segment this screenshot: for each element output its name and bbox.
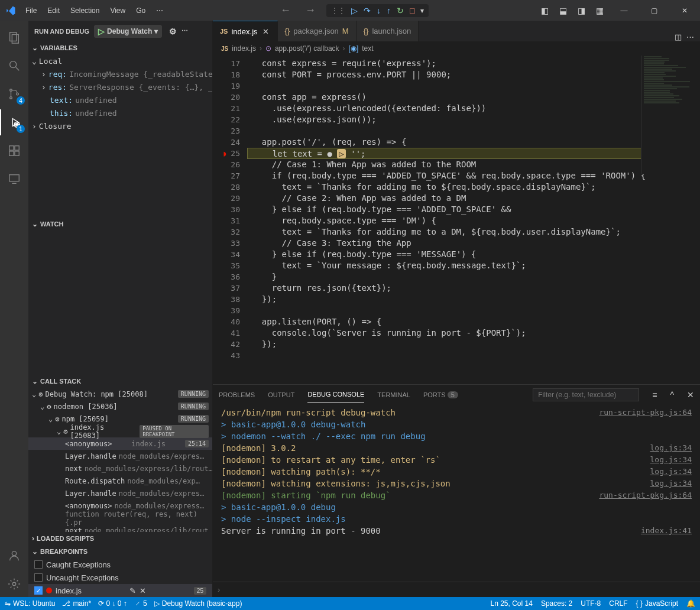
var-res[interactable]: ›res: ServerResponse {_events: {…}, _ev… — [28, 80, 212, 93]
status-spaces[interactable]: Spaces: 2 — [541, 599, 572, 608]
cs-root[interactable]: ⌄ ⚙ Debug Watch: npm [25008]RUNNING — [28, 388, 212, 400]
cs-frame-1[interactable]: Layer.handle node_modules/expres… — [28, 450, 212, 462]
debug-restart-icon[interactable]: ↻ — [397, 6, 404, 15]
tab-package[interactable]: {}package.jsonM — [278, 21, 357, 41]
close-icon[interactable]: ✕ — [261, 27, 270, 36]
tab-ports[interactable]: PORTS 5 — [423, 387, 458, 403]
edit-icon[interactable]: ✎ — [129, 586, 136, 595]
layout-grid-icon[interactable]: ▦ — [592, 4, 607, 18]
debug-stop-icon[interactable]: □ — [410, 6, 414, 15]
layout-right-icon[interactable]: ◨ — [574, 4, 589, 18]
code-content[interactable]: const express = require('express'); cons… — [247, 56, 700, 384]
status-sync[interactable]: ⟳ 0 ↓ 0 ↑ — [98, 599, 127, 608]
more-icon[interactable]: ⋯ — [686, 33, 694, 41]
checkbox-icon[interactable] — [34, 573, 43, 582]
debug-config-selector[interactable]: ▷ Debug Watch ▾ — [94, 25, 162, 38]
status-eol[interactable]: CRLF — [609, 599, 627, 608]
more-icon[interactable]: ⋯ — [182, 27, 188, 35]
status-branch[interactable]: ⎇main* — [62, 599, 91, 608]
bp-caught[interactable]: Caught Exceptions — [28, 558, 212, 571]
code-editor[interactable]: 1718192021222324252627282930313233343536… — [213, 56, 700, 384]
nav-back-icon[interactable]: ← — [277, 4, 294, 17]
checkbox-checked-icon[interactable]: ✓ — [34, 586, 43, 595]
cs-frame-4[interactable]: Layer.handle node_modules/expres… — [28, 487, 212, 499]
section-watch[interactable]: ⌄WATCH — [28, 218, 212, 231]
tab-problems[interactable]: PROBLEMS — [219, 387, 255, 403]
section-loaded[interactable]: ›LOADED SCRIPTS — [28, 532, 212, 545]
bp-file[interactable]: ✓index.js✎✕25 — [28, 584, 212, 597]
cs-nodemon[interactable]: ⌄ ⚙ nodemon [25036]RUNNING — [28, 400, 212, 413]
menu-go[interactable]: Go — [131, 3, 150, 18]
status-lang[interactable]: { } JavaScript — [636, 599, 678, 608]
gear-icon[interactable]: ⚙ — [169, 27, 177, 36]
tab-terminal[interactable]: TERMINAL — [377, 387, 410, 403]
status-debug[interactable]: ▷Debug Watch (basic-app) — [154, 599, 242, 608]
window-close-icon[interactable]: ✕ — [671, 0, 698, 21]
debug-continue-icon[interactable]: ▷ — [351, 6, 358, 15]
nav-fwd-icon[interactable]: → — [302, 4, 319, 17]
scm-icon[interactable]: 4 — [0, 81, 28, 107]
var-text[interactable]: text: undefined — [28, 93, 212, 106]
status-bell-icon[interactable]: 🔔 — [686, 599, 695, 608]
svg-line-3 — [16, 67, 20, 71]
menu-more[interactable]: ⋯ — [151, 3, 168, 18]
section-breakpoints[interactable]: ⌄BREAKPOINTS — [28, 545, 212, 558]
maximize-icon[interactable]: ^ — [670, 390, 674, 400]
split-icon[interactable]: ◫ — [675, 33, 682, 41]
minimap[interactable] — [641, 56, 700, 174]
explorer-icon[interactable] — [0, 24, 28, 50]
tab-debug-console[interactable]: DEBUG CONSOLE — [307, 386, 364, 403]
settings-icon[interactable] — [0, 571, 28, 597]
console-input[interactable]: › — [213, 582, 700, 597]
remote-icon[interactable] — [0, 166, 28, 192]
layout-left-icon[interactable]: ◧ — [537, 4, 552, 18]
account-icon[interactable] — [0, 543, 28, 569]
debug-console[interactable]: run-script-pkg.js:64/usr/bin/npm run-scr… — [213, 404, 700, 582]
layout-bottom-icon[interactable]: ⬓ — [556, 4, 571, 18]
debug-dropdown-icon[interactable]: ▾ — [420, 7, 424, 15]
cs-frame-2[interactable]: next node_modules/express/lib/rout… — [28, 462, 212, 475]
debug-drag-icon[interactable]: ⋮⋮ — [331, 7, 345, 15]
tab-output[interactable]: OUTPUT — [268, 387, 294, 403]
status-ports[interactable]: ⟋ 5 — [134, 599, 147, 608]
console-filter-input[interactable] — [533, 388, 639, 401]
filter-icon[interactable]: ≡ — [652, 390, 657, 400]
debug-stepout-icon[interactable]: ↑ — [387, 6, 391, 15]
tab-index[interactable]: JSindex.js✕ — [213, 21, 278, 41]
extensions-icon[interactable] — [0, 138, 28, 164]
svg-rect-13 — [9, 175, 20, 181]
debug-stepin-icon[interactable]: ↓ — [377, 6, 381, 15]
status-remote[interactable]: ⇋WSL: Ubuntu — [5, 599, 55, 608]
panel: PROBLEMS OUTPUT DEBUG CONSOLE TERMINAL P… — [213, 384, 700, 597]
var-req[interactable]: ›req: IncomingMessage {_readableState: … — [28, 67, 212, 80]
cs-frame-3[interactable]: Route.dispatch node_modules/exp… — [28, 475, 212, 487]
section-callstack[interactable]: ⌄CALL STACK — [28, 375, 212, 388]
status-encoding[interactable]: UTF-8 — [581, 599, 601, 608]
svg-rect-10 — [9, 151, 14, 155]
menu-edit[interactable]: Edit — [43, 3, 64, 18]
status-cursor[interactable]: Ln 25, Col 14 — [491, 599, 533, 608]
section-variables[interactable]: ⌄VARIABLES — [28, 41, 212, 54]
menu-file[interactable]: File — [21, 3, 41, 18]
gutter[interactable]: 1718192021222324252627282930313233343536… — [213, 56, 247, 384]
chevron-down-icon: ▾ — [154, 27, 158, 35]
tab-launch[interactable]: {}launch.json — [357, 21, 419, 41]
cs-frame-6[interactable]: function router(req, res, next) {.pr — [28, 512, 212, 524]
cs-index[interactable]: ⌄ ⚙ index.js [25083]PAUSED ON BREAKPOINT — [28, 425, 212, 437]
scope-closure[interactable]: ›Closure — [28, 119, 212, 131]
var-this[interactable]: this: undefined — [28, 106, 212, 119]
checkbox-icon[interactable] — [34, 560, 43, 569]
window-maximize-icon[interactable]: ▢ — [641, 0, 667, 21]
menu-view[interactable]: View — [105, 3, 130, 18]
close-icon[interactable]: ✕ — [687, 390, 694, 400]
scope-local[interactable]: ⌄Local — [28, 54, 212, 67]
svg-point-6 — [17, 93, 19, 95]
menu-selection[interactable]: Selection — [66, 3, 104, 18]
close-icon[interactable]: ✕ — [140, 586, 146, 595]
breadcrumbs[interactable]: JS index.js› ⊙app.post('/') callback› [◉… — [213, 41, 700, 56]
debug-stepover-icon[interactable]: ↷ — [364, 6, 371, 15]
debug-icon[interactable]: 1 — [0, 109, 28, 135]
window-minimize-icon[interactable]: — — [611, 0, 637, 21]
bp-uncaught[interactable]: Uncaught Exceptions — [28, 571, 212, 584]
search-icon[interactable] — [0, 53, 28, 79]
